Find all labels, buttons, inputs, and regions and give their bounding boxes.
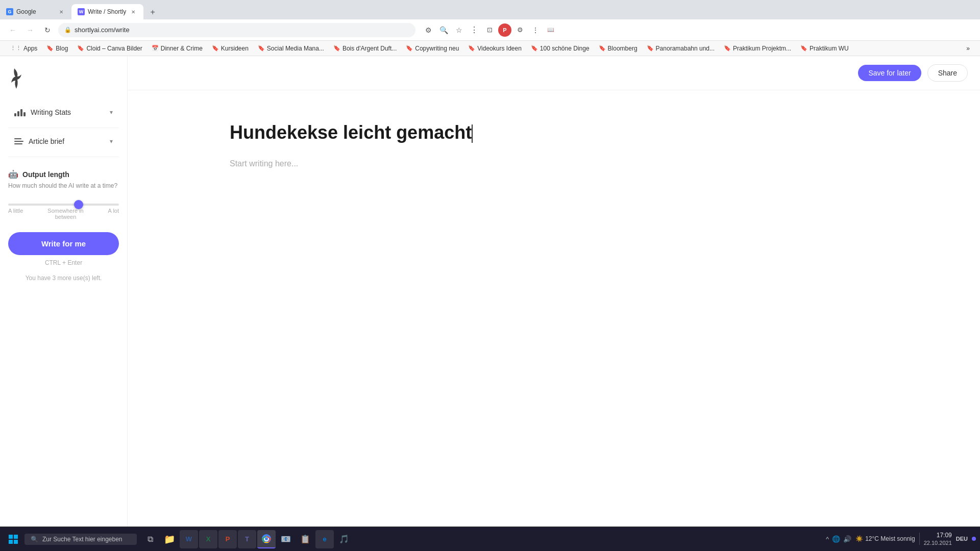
bookmark-icon-praktikum: 🔖 <box>724 45 731 52</box>
article-brief-section: Article brief ▾ <box>0 132 127 151</box>
text-cursor <box>472 124 473 143</box>
bookmark-icon-kurs: 🔖 <box>212 45 219 52</box>
slider-mid-label: Somewhere inbetween <box>47 208 83 220</box>
taskbar-app-spotify[interactable]: 🎵 <box>335 530 353 548</box>
back-button[interactable]: ← <box>6 23 19 37</box>
svg-point-6 <box>265 537 268 540</box>
bookmark-icon-copy: 🔖 <box>406 45 413 52</box>
bookmark-social-label: Social Media Mana... <box>267 45 324 52</box>
bookmark-blog[interactable]: 🔖 Blog <box>42 43 72 54</box>
output-length-slider[interactable] <box>8 204 119 206</box>
bookmark-dinner[interactable]: 📅 Dinner & Crime <box>148 43 207 54</box>
network-icon[interactable]: 🌐 <box>832 535 840 543</box>
tab-google-close[interactable]: ✕ <box>57 8 65 16</box>
save-for-later-button[interactable]: Save for later <box>858 65 921 81</box>
taskbar-search-box[interactable]: 🔍 Zur Suche Text hier eingeben <box>24 534 137 545</box>
tab-google[interactable]: G Google ✕ <box>0 4 71 19</box>
bookmark-dinner-label: Dinner & Crime <box>161 45 203 52</box>
taskbar-app-outlook[interactable]: 📧 <box>277 530 295 548</box>
bookmark-icon-100: 🔖 <box>531 45 538 52</box>
more-icon[interactable]: ⋮ <box>529 23 542 37</box>
windows-start-button[interactable] <box>4 530 22 548</box>
taskbar-app-chrome[interactable] <box>257 530 276 548</box>
browser-menu-icon[interactable]: ⋮ <box>468 23 481 37</box>
bookmark-copywriting-label: Copywriting neu <box>415 45 459 52</box>
taskbar-app-explorer[interactable]: 📁 <box>160 530 179 548</box>
bookmark-wu[interactable]: 🔖 Praktikum WU <box>796 43 853 54</box>
editor-body[interactable]: Start writing here... <box>230 157 878 259</box>
taskbar-app-edge2[interactable]: e <box>315 530 334 548</box>
bookmark-100dinge[interactable]: 🔖 100 schöne Dinge <box>527 43 594 54</box>
tab-shortly-close[interactable]: ✕ <box>129 8 137 16</box>
taskbar-clock[interactable]: 17:09 22.10.2021 <box>924 532 952 547</box>
taskbar-app-ppt[interactable]: P <box>218 530 237 548</box>
bookmark-panorama-label: Panoramabahn und... <box>656 45 715 52</box>
bookmark-praktikum[interactable]: 🔖 Praktikum Projektm... <box>720 43 795 54</box>
editor-title[interactable]: Hundekekse leicht gemacht <box>230 121 473 145</box>
taskbar-weather[interactable]: ☀️ 12°C Meist sonnig <box>855 535 915 542</box>
weather-text: 12°C Meist sonnig <box>865 535 915 542</box>
weather-icon: ☀️ <box>855 535 863 542</box>
taskbar-chevron-icon[interactable]: ^ <box>826 535 829 543</box>
bookmarks-bar: ⋮⋮ Apps 🔖 Blog 🔖 Cloid – Canva Bilder 📅 … <box>0 41 980 56</box>
app-container: Writing Stats ▾ Article brief ▾ <box>0 56 980 527</box>
bookmark-more-button[interactable]: » <box>962 43 974 54</box>
bookmark-star-icon[interactable]: ☆ <box>452 23 465 37</box>
forward-button[interactable]: → <box>23 23 37 37</box>
extensions-icon[interactable]: ⚙ <box>422 23 435 37</box>
taskbar-apps: ⧉ 📁 W X P T 📧 📋 e 🎵 <box>141 530 353 548</box>
bookmark-bois-label: Bois d'Argent Duft... <box>342 45 397 52</box>
shortcut-hint: CTRL + Enter <box>8 259 119 266</box>
bookmark-social[interactable]: 🔖 Social Media Mana... <box>254 43 328 54</box>
taskbar-app-teams[interactable]: T <box>238 530 256 548</box>
taskbar-search-placeholder: Zur Suche Text hier eingeben <box>42 536 122 543</box>
nav-icons: ⚙ 🔍 ☆ ⋮ ⊡ P ⚙ ⋮ 📖 <box>422 23 557 37</box>
bookmark-icon-bloomberg: 🔖 <box>599 45 606 52</box>
volume-icon[interactable]: 🔊 <box>843 535 851 543</box>
svg-rect-3 <box>14 540 18 544</box>
chrome-icon <box>262 534 271 543</box>
screen-icon[interactable]: ⊡ <box>483 23 496 37</box>
reading-list-icon[interactable]: 📖 <box>544 23 557 37</box>
profile-button[interactable]: P <box>498 23 511 37</box>
share-button[interactable]: Share <box>927 64 968 82</box>
editor-title-text: Hundekekse leicht gemacht <box>230 122 472 143</box>
svg-rect-2 <box>9 540 13 544</box>
output-length-description: How much should the AI write at a time? <box>8 181 119 190</box>
bookmark-copywriting[interactable]: 🔖 Copywriting neu <box>402 43 463 54</box>
search-icon[interactable]: 🔍 <box>437 23 450 37</box>
writing-stats-label: Writing Stats <box>31 108 71 116</box>
taskbar-app-excel[interactable]: X <box>199 530 217 548</box>
bookmark-videokurs[interactable]: 🔖 Videokurs Ideen <box>464 43 526 54</box>
slider-max-label: A lot <box>108 208 119 220</box>
bookmark-bloomberg[interactable]: 🔖 Bloomberg <box>595 43 642 54</box>
taskbar-app-word[interactable]: W <box>180 530 198 548</box>
bookmark-kursideen[interactable]: 🔖 Kursideen <box>208 43 253 54</box>
bookmark-icon-social: 🔖 <box>258 45 265 52</box>
taskbar-time-display: 17:09 <box>937 532 952 540</box>
bookmark-apps[interactable]: ⋮⋮ Apps <box>6 43 41 54</box>
taskbar-app-clipboard[interactable]: 📋 <box>296 530 314 548</box>
windows-logo-icon <box>9 535 18 544</box>
new-tab-button[interactable]: + <box>145 5 160 19</box>
bar-chart-icon <box>14 108 26 116</box>
taskbar-app-taskview[interactable]: ⧉ <box>141 530 159 548</box>
article-brief-item[interactable]: Article brief ▾ <box>8 132 119 151</box>
reload-button[interactable]: ↻ <box>41 23 54 37</box>
bookmark-bloomberg-label: Bloomberg <box>608 45 638 52</box>
writing-stats-item[interactable]: Writing Stats ▾ <box>8 103 119 121</box>
bookmark-cloid[interactable]: 🔖 Cloid – Canva Bilder <box>73 43 146 54</box>
taskbar-search-icon: 🔍 <box>31 536 38 543</box>
bookmark-cloid-label: Cloid – Canva Bilder <box>86 45 142 52</box>
svg-rect-1 <box>14 535 18 539</box>
address-bar[interactable]: 🔒 shortlyai.com/write <box>58 23 415 37</box>
bookmark-panorama[interactable]: 🔖 Panoramabahn und... <box>643 43 719 54</box>
lock-icon: 🔒 <box>64 27 71 33</box>
tab-shortly[interactable]: W Write / Shortly ✕ <box>71 4 143 19</box>
shortly-favicon: W <box>78 8 85 15</box>
editor-area: Hundekekse leicht gemacht Start writing … <box>128 90 980 527</box>
bookmark-bois[interactable]: 🔖 Bois d'Argent Duft... <box>329 43 401 54</box>
tab-shortly-title: Write / Shortly <box>88 8 126 15</box>
settings-icon[interactable]: ⚙ <box>513 23 527 37</box>
write-for-me-button[interactable]: Write for me <box>8 232 119 255</box>
